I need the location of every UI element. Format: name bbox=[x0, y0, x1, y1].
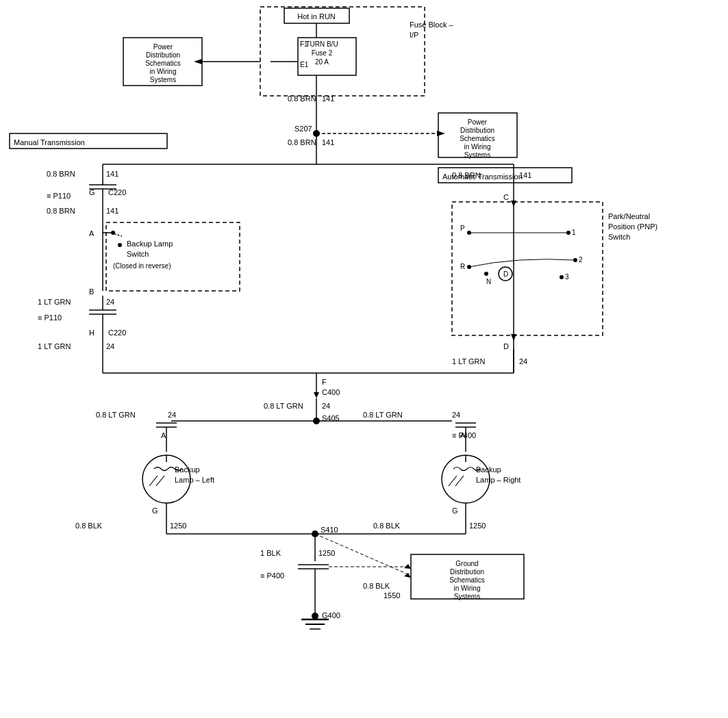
svg-point-42 bbox=[560, 275, 564, 279]
power-dist-2-label: Power bbox=[468, 118, 488, 126]
n-label: N bbox=[486, 278, 491, 285]
wire-24-f: 24 bbox=[322, 402, 330, 410]
power-dist-2-label3: Schematics bbox=[460, 135, 495, 142]
c-label: C bbox=[503, 193, 509, 201]
backup-lamp-left-label2: Lamp – Left bbox=[175, 476, 214, 484]
power-dist-1-label3: Schematics bbox=[145, 60, 181, 67]
p110-bot-label: ≡ P110 bbox=[38, 313, 62, 322]
g400-dot bbox=[312, 613, 318, 619]
p400-bot-label: ≡ P400 bbox=[260, 572, 284, 580]
manual-transmission-label: Manual Transmission bbox=[14, 138, 85, 146]
d-label: D bbox=[503, 342, 509, 350]
f1-label: F1 bbox=[300, 40, 308, 48]
wire-1250-left: 1250 bbox=[170, 522, 186, 530]
wire-ltgrn-24-f: 0.8 LT GRN bbox=[264, 402, 303, 410]
fuse-turn-bu: TURN B/U bbox=[305, 40, 338, 48]
wire-brn-141-auto: 0.8 BRN bbox=[452, 171, 481, 179]
wire-24-bot: 24 bbox=[106, 342, 114, 350]
fuse-rating: 20 A bbox=[315, 58, 329, 66]
wire-blk-1550: 0.8 BLK bbox=[363, 582, 390, 590]
wire-ltgrn-24-right: 0.8 LT GRN bbox=[363, 411, 403, 419]
ground-dist-label4: in Wiring bbox=[454, 585, 481, 592]
pos-3: 3 bbox=[565, 273, 569, 281]
p-label: P bbox=[460, 225, 465, 232]
wire-ltgrn-24-auto: 1 LT GRN bbox=[452, 357, 486, 366]
s207-text: S207 bbox=[294, 125, 312, 133]
power-dist-2-label5: Systems bbox=[464, 151, 490, 159]
power-dist-1-label: Power bbox=[153, 43, 173, 51]
wire-141-left-top: 141 bbox=[106, 170, 118, 178]
pnp-switch-label3: Switch bbox=[608, 233, 630, 241]
c400-label: C400 bbox=[322, 388, 340, 396]
power-dist-1-label5: Systems bbox=[150, 76, 176, 84]
wire-ltgrn-24-b: 1 LT GRN bbox=[38, 298, 71, 306]
a-right-label: A bbox=[460, 431, 466, 439]
h-label: H bbox=[89, 329, 95, 337]
wire-blk-left: 0.8 BLK bbox=[75, 522, 103, 530]
backup-lamp-left-label: Backup bbox=[175, 465, 200, 474]
wire-141-left-2: 141 bbox=[106, 207, 118, 215]
pnp-switch-label: Park/Neutral bbox=[608, 212, 650, 220]
wire-141-1: 141 bbox=[322, 94, 334, 103]
wire-brn-141-2: 0.8 BRN bbox=[288, 138, 316, 146]
power-dist-2-label4: in Wiring bbox=[464, 143, 491, 151]
wiring-diagram: Hot in RUN Fuse Block – I/P TURN B/U Fus… bbox=[0, 0, 728, 718]
pos-1: 1 bbox=[572, 229, 576, 236]
power-dist-1-label4: in Wiring bbox=[150, 68, 177, 75]
wire-1550: 1550 bbox=[384, 591, 400, 600]
power-dist-2-label2: Distribution bbox=[460, 127, 494, 134]
svg-marker-78 bbox=[404, 573, 411, 578]
svg-point-38 bbox=[484, 272, 488, 276]
g-right-label: G bbox=[452, 507, 458, 515]
wire-brn-141-left-top: 0.8 BRN bbox=[47, 170, 75, 178]
svg-point-24 bbox=[118, 243, 122, 247]
c220-bot-label: C220 bbox=[108, 329, 126, 337]
a-left-label: A bbox=[161, 431, 166, 439]
svg-marker-50 bbox=[314, 392, 319, 398]
backup-lamp-switch-label: Backup Lamp bbox=[127, 240, 173, 248]
wire-1250-right: 1250 bbox=[469, 522, 486, 530]
b-label: B bbox=[89, 287, 94, 296]
pos-2: 2 bbox=[579, 256, 583, 264]
wire-141-2: 141 bbox=[322, 138, 334, 146]
wire-24-left: 24 bbox=[168, 411, 176, 419]
power-dist-1-label2: Distribution bbox=[146, 51, 180, 59]
hot-in-run-label: Hot in RUN bbox=[297, 12, 336, 21]
wire-brn-141-1: 0.8 BRN bbox=[288, 94, 316, 103]
a-label-left: A bbox=[89, 229, 95, 238]
wire-blk-right: 0.8 BLK bbox=[373, 522, 401, 530]
ground-dist-label: Ground bbox=[455, 560, 478, 567]
e1-label: E1 bbox=[300, 61, 309, 68]
closed-in-reverse: (Closed in reverse) bbox=[113, 262, 171, 270]
ground-dist-label5: Systems bbox=[454, 593, 480, 600]
wire-24-auto: 24 bbox=[519, 357, 527, 366]
r-label: R bbox=[460, 263, 465, 270]
backup-lamp-right-label2: Lamp – Right bbox=[476, 476, 520, 484]
ground-dist-label2: Distribution bbox=[450, 568, 484, 576]
p110-top-label: ≡ P110 bbox=[47, 192, 71, 200]
svg-marker-84 bbox=[404, 564, 411, 569]
g-label-top: G bbox=[89, 188, 95, 196]
wire-ltgrn-24-left: 0.8 LT GRN bbox=[96, 411, 136, 419]
svg-rect-35 bbox=[452, 202, 603, 335]
g-left-label: G bbox=[152, 507, 158, 515]
f-label: F bbox=[322, 378, 327, 386]
wire-141-auto: 141 bbox=[519, 171, 531, 179]
pnp-switch-label2: Position (PNP) bbox=[608, 222, 657, 231]
wire-blk-1-label: 1 BLK bbox=[260, 549, 281, 557]
fuse-block-label: Fuse Block – bbox=[410, 21, 453, 29]
backup-lamp-switch-label2: Switch bbox=[127, 250, 149, 258]
ground-dist-label3: Schematics bbox=[449, 576, 485, 584]
wire-ltgrn-24-bot: 1 LT GRN bbox=[38, 342, 71, 350]
g400-label: G400 bbox=[322, 611, 340, 619]
s410-text: S410 bbox=[321, 526, 338, 534]
fuse-block-label2: I/P bbox=[410, 31, 418, 39]
wire-brn-141-left-2: 0.8 BRN bbox=[47, 207, 75, 215]
c220-top-label: C220 bbox=[108, 188, 126, 196]
wire-24-b: 24 bbox=[106, 298, 114, 306]
d-circle-label: D bbox=[503, 270, 508, 278]
fuse-name: Fuse 2 bbox=[312, 49, 333, 57]
wire-1250-bot: 1250 bbox=[318, 549, 335, 557]
wire-24-right: 24 bbox=[452, 411, 460, 419]
diagram-svg: Hot in RUN Fuse Block – I/P TURN B/U Fus… bbox=[0, 0, 728, 718]
